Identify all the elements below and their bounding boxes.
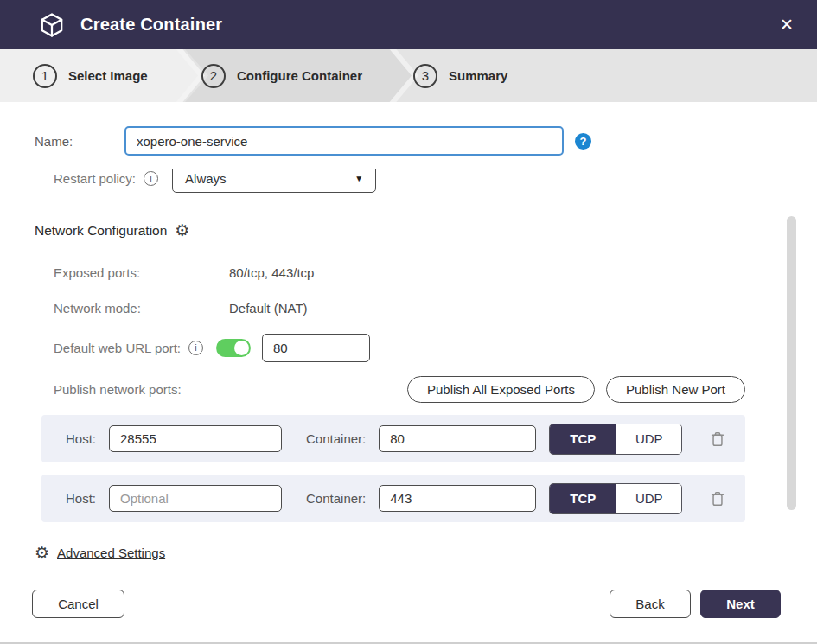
web-url-port-toggle[interactable] [216, 339, 251, 357]
host-label: Host: [66, 431, 96, 446]
network-mode-label: Network mode: [54, 301, 229, 316]
host-port-input[interactable] [109, 425, 282, 452]
step-number-badge: 2 [201, 64, 226, 88]
restart-policy-dropdown[interactable]: Always ▼ [172, 169, 376, 193]
udp-option[interactable]: UDP [616, 484, 681, 513]
restart-policy-clipped-region: Restart policy: i Always ▼ [35, 169, 745, 194]
step-select-image[interactable]: 1 Select Image [33, 49, 148, 102]
default-web-url-port-row: Default web URL port: i [35, 333, 745, 362]
step-configure-container[interactable]: 2 Configure Container [201, 49, 362, 102]
restart-policy-value: Always [185, 171, 227, 186]
cancel-button[interactable]: Cancel [32, 590, 124, 618]
next-button[interactable]: Next [700, 590, 781, 618]
name-input[interactable] [124, 126, 564, 156]
dialog-title: Create Container [80, 15, 222, 35]
name-label: Name: [35, 134, 124, 149]
trash-icon [708, 429, 727, 450]
step-summary[interactable]: 3 Summary [413, 49, 507, 102]
delete-port-button[interactable] [707, 488, 728, 510]
protocol-segmented-control: TCP UDP [549, 424, 682, 455]
publish-all-exposed-ports-button[interactable]: Publish All Exposed Ports [407, 376, 595, 403]
publish-network-ports-row: Publish network ports: Publish All Expos… [35, 376, 745, 403]
create-container-dialog: Create Container ✕ 1 Select Image 2 Conf… [0, 0, 817, 644]
tcp-option[interactable]: TCP [550, 484, 616, 513]
dialog-header: Create Container ✕ [0, 0, 817, 49]
host-port-input[interactable] [109, 485, 282, 512]
back-button[interactable]: Back [610, 590, 691, 618]
restart-policy-label: Restart policy: [54, 171, 136, 186]
container-port-input[interactable] [379, 425, 536, 452]
name-row: Name: ? [35, 126, 745, 156]
network-mode-value: Default (NAT) [229, 301, 308, 316]
step-number-badge: 1 [33, 64, 57, 88]
info-icon[interactable]: i [144, 171, 158, 186]
vertical-scrollbar-thumb[interactable] [787, 216, 796, 510]
help-icon[interactable]: ? [575, 133, 591, 150]
step-label: Configure Container [237, 68, 362, 83]
exposed-ports-label: Exposed ports: [54, 265, 229, 280]
toggle-knob [234, 341, 249, 355]
network-mode-row: Network mode: Default (NAT) [35, 301, 745, 316]
container-port-input[interactable] [379, 485, 536, 512]
form-content: Name: ? Restart policy: i Always ▼ Netwo… [0, 126, 817, 561]
dialog-footer: Cancel Back Next [0, 590, 817, 618]
exposed-ports-row: Exposed ports: 80/tcp, 443/tcp [35, 265, 745, 280]
close-icon[interactable]: ✕ [774, 12, 800, 38]
default-web-url-port-label: Default web URL port: [54, 341, 181, 355]
host-label: Host: [66, 491, 96, 506]
udp-option[interactable]: UDP [616, 424, 681, 454]
step-number-badge: 3 [413, 64, 437, 88]
network-configuration-title: Network Configuration [35, 223, 167, 239]
tcp-option[interactable]: TCP [550, 424, 616, 454]
port-mapping-row: Host: Container: TCP UDP [41, 475, 745, 522]
publish-new-port-button[interactable]: Publish New Port [606, 376, 745, 403]
container-label: Container: [306, 431, 366, 446]
step-label: Select Image [68, 68, 148, 83]
network-configuration-heading: Network Configuration ⚙ [35, 222, 745, 239]
advanced-settings-row: ⚙ Advanced Settings [35, 545, 745, 561]
trash-icon [708, 488, 727, 509]
chevron-down-icon: ▼ [354, 174, 363, 183]
restart-policy-row: Restart policy: i Always ▼ [35, 169, 745, 193]
gear-icon: ⚙ [35, 545, 49, 561]
container-cube-icon [38, 11, 66, 39]
publish-network-ports-label: Publish network ports: [54, 382, 182, 397]
info-icon[interactable]: i [188, 341, 203, 355]
gear-icon[interactable]: ⚙ [175, 222, 189, 239]
protocol-segmented-control: TCP UDP [549, 483, 682, 514]
wizard-stepbar: 1 Select Image 2 Configure Container 3 S… [0, 49, 817, 102]
container-label: Container: [306, 491, 366, 506]
step-label: Summary [449, 68, 507, 83]
exposed-ports-value: 80/tcp, 443/tcp [229, 265, 314, 280]
port-mapping-row: Host: Container: TCP UDP [41, 415, 745, 462]
web-url-port-input[interactable] [262, 334, 370, 362]
delete-port-button[interactable] [707, 428, 728, 450]
advanced-settings-link[interactable]: Advanced Settings [57, 545, 165, 560]
